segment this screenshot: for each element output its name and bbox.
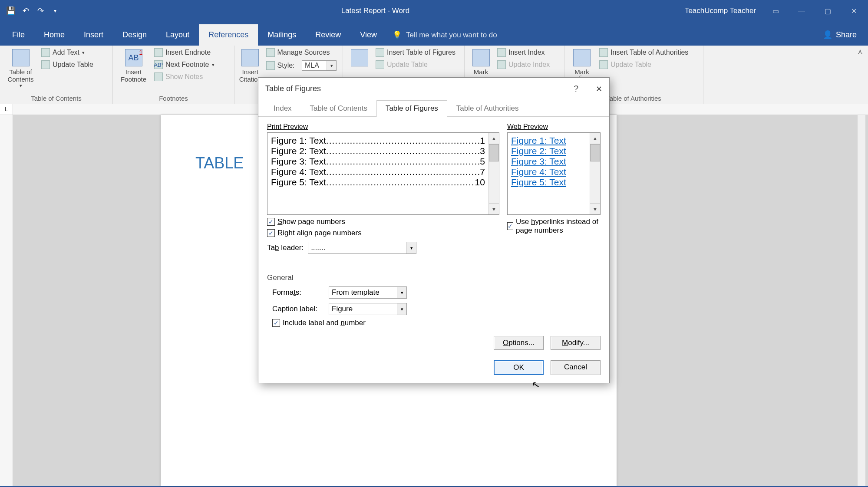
caption-label-select[interactable]: Figure ▾ xyxy=(329,303,407,315)
insert-toa-button[interactable]: Insert Table of Authorities xyxy=(597,47,690,58)
dialog-title: Table of Figures xyxy=(265,84,321,93)
tab-selector[interactable]: L xyxy=(0,104,13,115)
dialog-tab-index[interactable]: Index xyxy=(264,100,301,117)
checkbox-icon: ✓ xyxy=(267,218,275,226)
save-icon[interactable]: 💾 xyxy=(6,6,16,16)
web-preview-box: Figure 1: TextFigure 2: TextFigure 3: Te… xyxy=(507,132,601,215)
dialog-tab-tof[interactable]: Table of Figures xyxy=(376,100,447,117)
tab-mailings[interactable]: Mailings xyxy=(258,24,306,46)
scroll-thumb[interactable] xyxy=(590,144,600,161)
scroll-up-icon[interactable]: ▲ xyxy=(590,133,600,144)
show-notes-button: Show Notes xyxy=(152,72,216,82)
dialog-tabs: Index Table of Contents Table of Figures… xyxy=(258,100,609,117)
chevron-down-icon: ▾ xyxy=(327,61,336,70)
formats-select[interactable]: From template ▾ xyxy=(329,286,407,299)
add-text-button[interactable]: Add Text▾ xyxy=(40,47,95,58)
scroll-up-icon[interactable]: ▲ xyxy=(489,133,499,144)
chevron-down-icon: ▾ xyxy=(397,303,406,315)
tab-insert[interactable]: Insert xyxy=(74,24,113,46)
scroll-down-icon[interactable]: ▼ xyxy=(590,203,600,214)
tab-leader-label: Tab leader: xyxy=(267,244,304,252)
redo-icon[interactable]: ↷ xyxy=(36,6,45,16)
tab-review[interactable]: Review xyxy=(306,24,350,46)
mark-citation-icon xyxy=(573,49,591,66)
next-footnote-icon: AB¹ xyxy=(154,60,163,69)
caption-label-label: Caption label: xyxy=(272,305,324,313)
web-preview-link[interactable]: Figure 2: Text xyxy=(511,146,586,156)
mark-entry-button[interactable]: Mark xyxy=(469,47,493,76)
checkbox-icon: ✓ xyxy=(267,229,275,237)
update-index-button: Update Index xyxy=(495,59,551,70)
dialog-tab-toa[interactable]: Table of Authorities xyxy=(447,100,528,117)
vertical-scrollbar[interactable] xyxy=(858,115,865,486)
print-preview-row: Figure 1: Text..........................… xyxy=(271,135,485,146)
vertical-ruler[interactable] xyxy=(0,115,13,486)
style-icon xyxy=(266,61,275,70)
scroll-thumb[interactable] xyxy=(489,144,499,161)
tab-references[interactable]: References xyxy=(199,24,258,46)
show-page-numbers-checkbox[interactable]: ✓ Show page numbers xyxy=(267,217,499,226)
tab-file[interactable]: File xyxy=(3,24,34,46)
manage-sources-button[interactable]: Manage Sources xyxy=(264,47,338,58)
options-button[interactable]: Options... xyxy=(494,336,544,350)
insert-index-button[interactable]: Insert Index xyxy=(495,47,551,58)
cancel-button[interactable]: Cancel xyxy=(551,360,601,375)
web-preview-link[interactable]: Figure 3: Text xyxy=(511,156,586,167)
endnote-icon xyxy=(154,48,163,57)
maximize-icon[interactable]: ▢ xyxy=(821,7,834,15)
group-label-footnotes: Footnotes xyxy=(117,95,230,103)
ribbon-tabs: File Home Insert Design Layout Reference… xyxy=(0,22,868,46)
web-preview-link[interactable]: Figure 5: Text xyxy=(511,177,586,188)
next-footnote-button[interactable]: AB¹Next Footnote▾ xyxy=(152,59,216,70)
web-preview-scrollbar[interactable]: ▲ ▼ xyxy=(590,133,600,214)
print-preview-row: Figure 4: Text..........................… xyxy=(271,167,485,177)
index-icon xyxy=(497,48,506,57)
web-preview-link[interactable]: Figure 4: Text xyxy=(511,167,586,177)
insert-footnote-button[interactable]: AB1 Insert Footnote xyxy=(117,47,150,83)
use-hyperlinks-checkbox[interactable]: ✓ Use hyperlinks instead of page numbers xyxy=(507,217,601,235)
web-preview-label: Web Preview xyxy=(507,123,548,131)
close-icon[interactable]: ✕ xyxy=(847,7,860,15)
print-preview-label: Print Preview xyxy=(267,123,308,131)
tell-me-search[interactable]: 💡 Tell me what you want to do xyxy=(393,30,497,46)
dialog-close-icon[interactable]: ✕ xyxy=(596,84,602,94)
print-preview-scrollbar[interactable]: ▲ ▼ xyxy=(488,133,499,214)
tab-layout[interactable]: Layout xyxy=(156,24,199,46)
right-align-checkbox[interactable]: ✓ Right align page numbers xyxy=(267,229,499,237)
scroll-down-icon[interactable]: ▼ xyxy=(489,203,499,214)
modify-button[interactable]: Modify... xyxy=(551,336,601,350)
mark-entry-icon xyxy=(472,49,490,66)
print-preview-row: Figure 3: Text..........................… xyxy=(271,156,485,167)
lightbulb-icon: 💡 xyxy=(393,30,402,39)
dialog-tab-toc[interactable]: Table of Contents xyxy=(301,100,376,117)
tab-design[interactable]: Design xyxy=(113,24,156,46)
insert-endnote-button[interactable]: Insert Endnote xyxy=(152,47,216,58)
minimize-icon[interactable]: — xyxy=(795,7,808,15)
undo-icon[interactable]: ↶ xyxy=(21,6,30,16)
ribbon-display-icon[interactable]: ▭ xyxy=(769,7,782,15)
tab-home[interactable]: Home xyxy=(34,24,74,46)
qat-customize-icon[interactable]: ▾ xyxy=(50,6,60,16)
ok-button[interactable]: OK xyxy=(494,360,544,375)
dialog-help-icon[interactable]: ? xyxy=(574,84,578,94)
formats-label: Formats: xyxy=(272,288,324,297)
collapse-ribbon-icon[interactable]: ⋏ xyxy=(858,47,863,56)
web-preview-link[interactable]: Figure 1: Text xyxy=(511,135,586,146)
mark-citation-button[interactable]: Mark ation xyxy=(569,47,595,82)
table-of-contents-button[interactable]: Table of Contents▾ xyxy=(4,47,37,89)
tof-icon xyxy=(376,48,384,57)
insert-table-of-figures-button[interactable]: Insert Table of Figures xyxy=(374,47,457,58)
share-button[interactable]: 👤 Share xyxy=(812,24,868,46)
insert-caption-button[interactable] xyxy=(347,47,371,68)
tab-view[interactable]: View xyxy=(350,24,386,46)
account-name[interactable]: TeachUcomp Teacher xyxy=(685,7,756,15)
update-tof-button: Update Table xyxy=(374,59,457,70)
update-table-button[interactable]: Update Table xyxy=(40,59,95,70)
update-toa-icon xyxy=(599,60,608,69)
update-toa-button: Update Table xyxy=(597,59,690,70)
include-label-checkbox[interactable]: ✓ Include label and number xyxy=(272,319,601,327)
group-label-toc: Table of Contents xyxy=(4,95,108,103)
caption-icon xyxy=(351,49,368,66)
tab-leader-select[interactable]: ....... ▾ xyxy=(308,242,416,254)
citation-style-select[interactable]: Style: MLA▾ xyxy=(264,59,338,72)
